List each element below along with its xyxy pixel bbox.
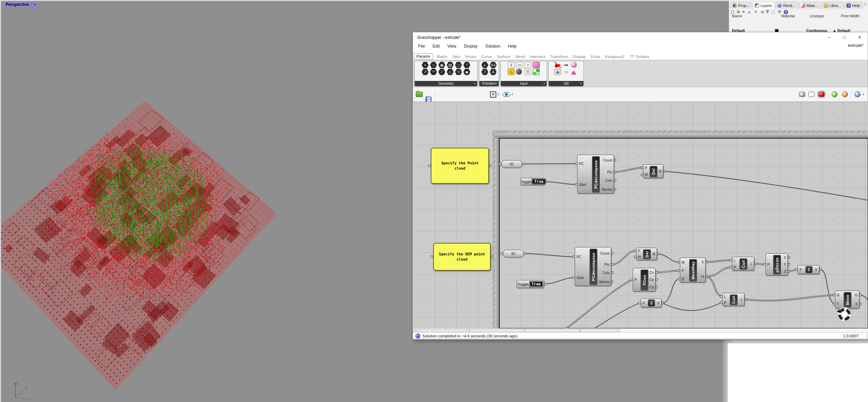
yellow-component-icon[interactable]: ∿ bbox=[508, 69, 515, 75]
port-nub[interactable] bbox=[656, 271, 658, 273]
close-button[interactable]: ✕ bbox=[854, 34, 865, 41]
port-nub[interactable] bbox=[744, 298, 747, 301]
arrow-dark-component-icon[interactable]: ⇒ bbox=[563, 62, 570, 68]
gh-param-id-2[interactable]: ID bbox=[503, 250, 524, 257]
palette-expand-icon[interactable]: + bbox=[495, 81, 497, 86]
port-nub[interactable] bbox=[611, 272, 613, 274]
gh-canvas[interactable]: Specify the Point cloudSpecify the DEM p… bbox=[413, 102, 868, 328]
copy-layer-icon[interactable]: ⧉ bbox=[737, 9, 740, 14]
delete-layer-icon[interactable]: × bbox=[742, 9, 745, 14]
port-nub[interactable] bbox=[614, 159, 616, 161]
preview-green-icon[interactable] bbox=[832, 91, 837, 97]
hex-component-icon[interactable]: ◉ bbox=[438, 62, 445, 68]
wire[interactable] bbox=[559, 280, 632, 328]
port-nub[interactable] bbox=[611, 281, 613, 283]
gh-panel-point-cloud[interactable]: Specify the Point cloud bbox=[431, 148, 489, 184]
arrow-light-component-icon[interactable]: ⇒ bbox=[563, 69, 570, 75]
gh-param-id-1[interactable]: ID bbox=[501, 160, 522, 168]
port-nub[interactable] bbox=[706, 276, 708, 278]
gh-component-unit-z-2[interactable]: FZV bbox=[798, 265, 819, 274]
btn-component-icon[interactable]: ▭ bbox=[516, 62, 523, 68]
menu-solution[interactable]: Solution bbox=[481, 43, 504, 50]
hex-component-icon[interactable]: ◇ bbox=[447, 69, 454, 75]
menu-help[interactable]: Help bbox=[504, 43, 521, 50]
palette-expand-icon[interactable]: + bbox=[474, 81, 476, 86]
chevron-down-icon[interactable]: ▾ bbox=[863, 93, 864, 96]
gh-toggle-1[interactable]: ToggleTrue bbox=[520, 178, 545, 185]
port-nub[interactable] bbox=[614, 188, 616, 190]
hex-component-icon[interactable]: * bbox=[463, 62, 470, 68]
minimize-button[interactable]: – bbox=[824, 34, 834, 41]
tab-materials[interactable]: Mate... bbox=[799, 2, 821, 9]
port-nub[interactable] bbox=[431, 256, 433, 258]
gh-component-cull-1[interactable]: CullLPL bbox=[732, 257, 754, 271]
gh-panel-dem-cloud[interactable]: Specify the DEM point cloud bbox=[433, 243, 491, 271]
gh-component-pcdecompose-2[interactable]: PCdecomposePCStartCountPtsColsNorms bbox=[575, 247, 611, 286]
filter-icon[interactable]: ∇ bbox=[766, 9, 769, 14]
port-nub[interactable] bbox=[489, 165, 491, 167]
preview-eye-icon[interactable] bbox=[503, 92, 510, 97]
port-nub[interactable] bbox=[611, 252, 613, 254]
port-nub[interactable] bbox=[522, 163, 524, 165]
toggle-2-value[interactable]: True bbox=[529, 281, 543, 287]
menu-display[interactable]: Display bbox=[460, 43, 481, 50]
port-nub[interactable] bbox=[661, 302, 664, 304]
port-nub[interactable] bbox=[663, 170, 665, 172]
wire[interactable] bbox=[707, 277, 721, 296]
maximize-button[interactable]: □ bbox=[839, 34, 850, 41]
hex-component-icon[interactable]: ◠ bbox=[430, 69, 437, 75]
tab-render[interactable]: Rend... bbox=[775, 2, 798, 9]
gh-toggle-2[interactable]: ToggleTrue bbox=[516, 280, 544, 288]
zoom-extents-icon[interactable]: ✕ bbox=[490, 91, 496, 98]
tab-params[interactable]: Params bbox=[414, 53, 433, 59]
port-nub[interactable] bbox=[611, 263, 613, 265]
preview-wireframe-icon[interactable] bbox=[808, 92, 815, 97]
gh-component-pcen[interactable]: PCenPCvCeCa bbox=[633, 268, 656, 292]
hex-component-icon[interactable]: ∕ bbox=[438, 69, 445, 75]
hex-component-icon[interactable]: A bbox=[490, 69, 497, 75]
hex-component-icon[interactable]: ▽ bbox=[455, 69, 462, 75]
wire[interactable] bbox=[663, 303, 721, 311]
cherry-component-icon[interactable] bbox=[554, 62, 561, 68]
tab-properties[interactable]: Prop... bbox=[731, 2, 752, 9]
menu-file[interactable]: File bbox=[414, 43, 429, 50]
wire[interactable] bbox=[707, 267, 731, 277]
toggle-1-value[interactable]: True bbox=[532, 179, 546, 184]
port-nub[interactable] bbox=[788, 263, 790, 265]
palette-expand-icon[interactable]: + bbox=[580, 81, 582, 86]
tree-component-icon[interactable]: ♣ bbox=[554, 69, 561, 75]
viewport-title-menu[interactable]: Perspective ▼ bbox=[3, 1, 37, 8]
wire[interactable] bbox=[658, 254, 679, 262]
open-file-icon[interactable] bbox=[416, 92, 423, 97]
wire[interactable] bbox=[525, 254, 574, 257]
port-nub[interactable] bbox=[859, 294, 861, 296]
tab-vector[interactable]: Vector bbox=[463, 54, 479, 59]
resize-grip[interactable]: :: bbox=[864, 335, 866, 338]
wire[interactable] bbox=[523, 164, 576, 164]
gh-component-meshray[interactable]: MeshRayMPDXH bbox=[680, 257, 706, 282]
tab-kangaroo2[interactable]: Kangaroo2 bbox=[603, 54, 627, 59]
move-up-icon[interactable]: ▲ bbox=[747, 9, 751, 14]
palette-expand-icon[interactable]: + bbox=[543, 81, 545, 86]
chevron-down-icon[interactable]: ▼ bbox=[33, 3, 36, 6]
port-nub[interactable] bbox=[656, 279, 658, 281]
collapse-icon[interactable]: ◀ bbox=[760, 9, 764, 14]
pink-component-icon[interactable] bbox=[533, 62, 540, 68]
preview-blue-icon[interactable] bbox=[854, 91, 860, 97]
port-nub[interactable] bbox=[656, 286, 658, 288]
new-layer-icon[interactable]: ▢ bbox=[731, 9, 734, 14]
gh-component-cull-2[interactable]: CullLPL bbox=[722, 293, 744, 306]
port-nub[interactable] bbox=[657, 253, 659, 255]
move-down-icon[interactable]: ▼ bbox=[754, 9, 758, 14]
preview-orange-icon[interactable] bbox=[842, 91, 848, 97]
btn-component-icon[interactable]: ⇓ bbox=[508, 62, 515, 68]
preview-selected-icon[interactable] bbox=[818, 92, 825, 97]
wire[interactable] bbox=[663, 279, 679, 303]
menu-view[interactable]: View bbox=[444, 43, 460, 50]
btn-component-icon[interactable]: ☰ bbox=[524, 69, 531, 75]
hex-component-icon[interactable]: ▤ bbox=[447, 62, 454, 68]
tab-curve[interactable]: Curve bbox=[479, 54, 495, 59]
flask-component-icon[interactable] bbox=[571, 69, 576, 75]
knob-component-icon[interactable] bbox=[516, 69, 522, 75]
port-nub[interactable] bbox=[544, 283, 546, 285]
